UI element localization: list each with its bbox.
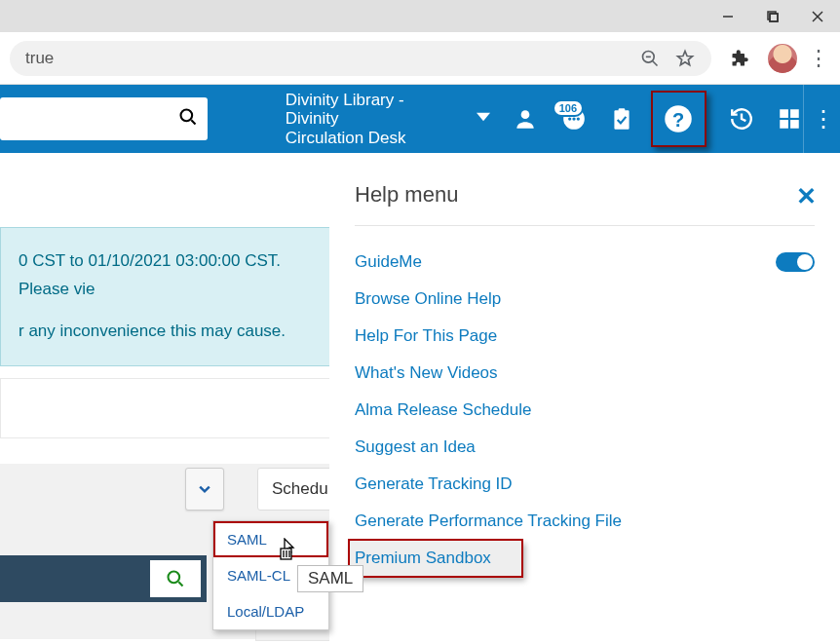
- content-card: [0, 378, 331, 438]
- svg-line-27: [178, 582, 182, 586]
- history-icon[interactable]: [728, 105, 755, 133]
- help-item-perf-tracking[interactable]: Generate Performance Tracking File: [355, 503, 815, 540]
- svg-rect-25: [790, 120, 799, 129]
- window-close-button[interactable]: [795, 0, 840, 32]
- svg-rect-19: [619, 108, 626, 112]
- app-search-input[interactable]: [0, 97, 208, 140]
- help-item-label: Suggest an Idea: [355, 437, 476, 457]
- location-line2: Circulation Desk: [286, 129, 459, 148]
- notification-badge: 106: [553, 99, 584, 117]
- address-bar[interactable]: true: [10, 41, 711, 76]
- help-item-whats-new[interactable]: What's New Videos: [355, 355, 815, 392]
- help-item-label: Generate Performance Tracking File: [355, 511, 622, 531]
- help-close-button[interactable]: ✕: [796, 182, 817, 210]
- svg-line-7: [653, 60, 658, 65]
- dropdown-toggle-wrapper: [185, 468, 224, 511]
- tasks-icon[interactable]: [608, 105, 635, 133]
- extensions-icon[interactable]: [725, 44, 754, 73]
- secondary-search-bar: [0, 555, 207, 602]
- help-item-premium-sandbox[interactable]: Premium Sandbox: [349, 540, 522, 577]
- svg-rect-2: [770, 14, 778, 21]
- svg-point-17: [576, 117, 579, 120]
- help-item-release-schedule[interactable]: Alma Release Schedule: [355, 392, 815, 429]
- browser-menu-icon[interactable]: ⋮: [807, 46, 830, 71]
- location-dropdown-icon[interactable]: [477, 110, 490, 128]
- guideme-toggle[interactable]: [776, 252, 815, 272]
- svg-text:?: ?: [672, 109, 684, 131]
- cursor-icon: [279, 538, 298, 561]
- notification-line1: 0 CST to 01/10/2021 03:00:00 CST. Please…: [19, 247, 313, 304]
- help-item-tracking-id[interactable]: Generate Tracking ID: [355, 466, 815, 503]
- search-icon: [178, 107, 198, 131]
- help-item-label: Generate Tracking ID: [355, 474, 513, 494]
- help-item-guideme[interactable]: GuideMe: [355, 244, 815, 281]
- location-line1: Divinity Library - Divinity: [286, 91, 459, 129]
- svg-marker-9: [678, 51, 693, 64]
- help-button[interactable]: ?: [651, 91, 706, 147]
- svg-rect-22: [781, 109, 789, 118]
- window-titlebar: [0, 0, 840, 32]
- window-minimize-button[interactable]: [706, 0, 750, 32]
- profile-avatar[interactable]: [768, 44, 797, 73]
- browser-toolbar: true ⋮: [0, 32, 840, 85]
- apps-grid-icon[interactable]: [776, 105, 803, 133]
- user-icon[interactable]: [512, 105, 539, 133]
- help-item-label: Help For This Page: [355, 326, 497, 346]
- svg-rect-18: [614, 110, 629, 129]
- help-item-suggest-idea[interactable]: Suggest an Idea: [355, 429, 815, 466]
- help-item-label: Alma Release Schedule: [355, 400, 531, 420]
- svg-point-10: [180, 110, 192, 122]
- bookmark-star-icon[interactable]: [674, 48, 696, 69]
- svg-rect-24: [781, 120, 789, 129]
- dropdown-toggle-button[interactable]: [185, 468, 224, 511]
- schedule-label: Schedu: [272, 479, 328, 499]
- help-menu-title: Help menu: [355, 182, 815, 208]
- notification-line2: r any inconvenience this may cause.: [19, 318, 313, 346]
- help-item-browse-online[interactable]: Browse Online Help: [355, 281, 815, 318]
- help-item-label: Browse Online Help: [355, 289, 501, 309]
- svg-rect-23: [790, 109, 799, 118]
- help-item-this-page[interactable]: Help For This Page: [355, 318, 815, 355]
- chat-icon[interactable]: 106: [560, 105, 588, 133]
- location-label: Divinity Library - Divinity Circulation …: [286, 91, 459, 148]
- notification-banner: 0 CST to 01/10/2021 03:00:00 CST. Please…: [0, 227, 331, 366]
- dropdown-tooltip: SAML: [297, 565, 363, 592]
- app-toolbar: Divinity Library - Divinity Circulation …: [0, 85, 840, 153]
- help-item-label: GuideMe: [355, 252, 422, 272]
- address-text: true: [25, 49, 54, 68]
- window-maximize-button[interactable]: [750, 0, 795, 32]
- dropdown-item-saml[interactable]: SAML: [213, 521, 328, 557]
- zoom-icon[interactable]: [639, 48, 661, 69]
- svg-marker-12: [477, 113, 490, 121]
- svg-line-11: [191, 120, 195, 124]
- help-menu-panel: ✕ Help menu GuideMe Browse Online Help H…: [329, 153, 840, 644]
- app-overflow-menu-icon[interactable]: ⋮: [803, 85, 832, 153]
- dropdown-item-local-ldap[interactable]: Local/LDAP: [213, 593, 328, 629]
- svg-point-15: [568, 117, 571, 120]
- help-item-label: Premium Sandbox: [355, 549, 491, 568]
- help-item-label: What's New Videos: [355, 363, 498, 383]
- svg-point-26: [169, 572, 180, 584]
- svg-point-16: [572, 117, 575, 120]
- svg-point-13: [521, 110, 530, 119]
- secondary-search-button[interactable]: [150, 560, 201, 597]
